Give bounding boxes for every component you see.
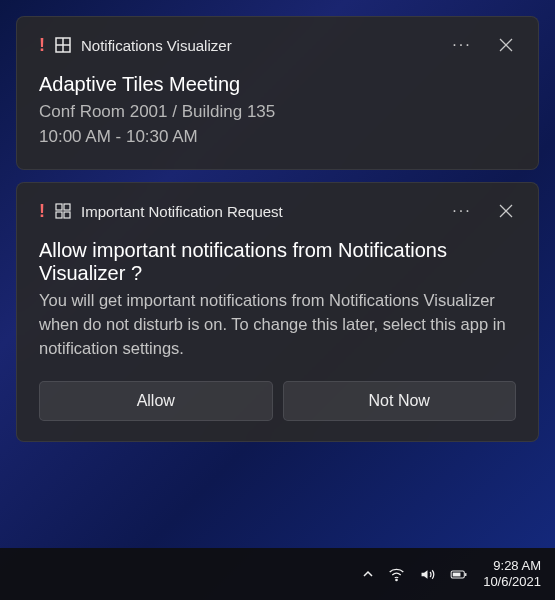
app-name: Important Notification Request [81,203,442,220]
toast-permission-request[interactable]: ! Important Notification Request ··· [16,182,539,442]
important-indicator-icon: ! [39,36,45,54]
app-name: Notifications Visualizer [81,37,442,54]
tiles-outline-icon [55,203,71,219]
svg-rect-6 [64,204,70,210]
clock-button[interactable]: 9:28 AM 10/6/2021 [483,558,541,591]
svg-rect-5 [56,204,62,210]
more-options-button[interactable]: ··· [452,201,472,221]
close-button[interactable] [496,35,516,55]
close-button[interactable] [496,201,516,221]
close-icon [499,204,513,218]
toast-header-actions: ··· [452,35,516,55]
chevron-up-icon [362,568,374,580]
action-button-row: Allow Not Now [39,381,516,421]
wifi-icon [388,566,405,583]
toast-meeting[interactable]: ! Notifications Visualizer ··· Adaptive … [16,16,539,170]
close-icon [499,38,513,52]
toast-title: Adaptive Tiles Meeting [39,73,516,96]
toast-location: Conf Room 2001 / Building 135 [39,100,516,125]
battery-icon [450,566,467,583]
toast-header: ! Important Notification Request ··· [39,201,516,221]
toast-time: 10:00 AM - 10:30 AM [39,125,516,150]
svg-rect-14 [453,572,461,576]
svg-rect-13 [465,572,466,575]
svg-point-11 [396,579,397,580]
speaker-icon [419,566,436,583]
more-options-button[interactable]: ··· [452,35,472,55]
toast-body: You will get important notifications fro… [39,289,516,361]
show-hidden-icons-button[interactable] [362,568,374,580]
ellipsis-icon: ··· [452,203,471,219]
tiles-icon [55,37,71,53]
allow-button[interactable]: Allow [39,381,273,421]
not-now-button[interactable]: Not Now [283,381,517,421]
toast-title: Allow important notifications from Notif… [39,239,516,285]
taskbar: 9:28 AM 10/6/2021 [0,548,555,600]
battery-button[interactable] [450,566,467,583]
svg-rect-8 [64,212,70,218]
system-tray [362,566,467,583]
toast-header: ! Notifications Visualizer ··· [39,35,516,55]
important-indicator-icon: ! [39,202,45,220]
toast-header-actions: ··· [452,201,516,221]
wifi-button[interactable] [388,566,405,583]
ellipsis-icon: ··· [452,37,471,53]
taskbar-date: 10/6/2021 [483,574,541,590]
taskbar-time: 9:28 AM [483,558,541,574]
volume-button[interactable] [419,566,436,583]
svg-rect-7 [56,212,62,218]
notifications-area: ! Notifications Visualizer ··· Adaptive … [0,0,555,458]
